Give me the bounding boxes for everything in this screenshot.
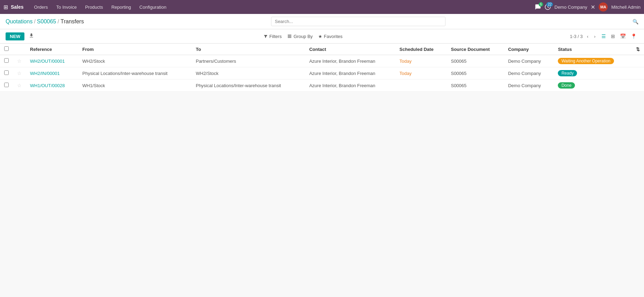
row-source-doc: S00065 — [447, 79, 504, 92]
calendar-view-button[interactable]: 📅 — [618, 32, 628, 40]
header-source-document[interactable]: Source Document — [447, 44, 504, 55]
filters-button[interactable]: Filters — [263, 34, 282, 39]
row-to: Partners/Customers — [192, 55, 305, 67]
app-grid-icon[interactable]: ⊞ — [3, 4, 8, 10]
table-row: ☆ WH1/OUT/00028 WH1/Stock Physical Locat… — [0, 79, 644, 92]
row-contact: Azure Interior, Brandon Freeman — [305, 67, 395, 79]
chat-badge: 6 — [539, 2, 544, 7]
pagination-label: 1-3 / 3 — [570, 34, 583, 39]
row-from: WH1/Stock — [78, 79, 192, 92]
next-page-button[interactable]: › — [593, 33, 597, 40]
favorite-icon-2[interactable]: ☆ — [17, 83, 22, 88]
app-name[interactable]: Sales — [11, 4, 24, 10]
favorite-icon-1[interactable]: ☆ — [17, 70, 22, 76]
header-checkbox-cell — [0, 44, 13, 55]
toolbar: NEW Filters Group By ★ Favorites 1-3 / 3… — [0, 29, 644, 44]
favorites-button[interactable]: ★ Favorites — [318, 34, 342, 39]
row-checkbox-1[interactable] — [4, 70, 9, 75]
header-to[interactable]: To — [192, 44, 305, 55]
new-button[interactable]: NEW — [6, 32, 24, 40]
reference-link-2[interactable]: WH1/OUT/00028 — [30, 83, 65, 88]
favorite-icon-0[interactable]: ☆ — [17, 58, 22, 64]
header-star — [13, 44, 26, 55]
row-contact: Azure Interior, Brandon Freeman — [305, 79, 395, 92]
nav-orders[interactable]: Orders — [31, 3, 52, 11]
header-contact[interactable]: Contact — [305, 44, 395, 55]
download-icon — [29, 33, 34, 38]
row-star-cell: ☆ — [13, 67, 26, 79]
group-icon — [287, 34, 292, 39]
header-col-adjust[interactable]: ⇅ — [632, 44, 644, 55]
nav-items: Orders To Invoice Products Reporting Con… — [31, 3, 535, 11]
filter-icon — [263, 34, 268, 39]
row-reference: WH2/OUT/00001 — [26, 55, 78, 67]
table-row: ☆ WH2/OUT/00001 WH2/Stock Partners/Custo… — [0, 55, 644, 67]
header-from[interactable]: From — [78, 44, 192, 55]
row-to: Physical Locations/Inter-warehouse trans… — [192, 79, 305, 92]
topbar-right: 6 22 Demo Company ✕ MA Mitchell Admin — [535, 2, 641, 12]
breadcrumb-sep-1: / — [34, 18, 35, 25]
search-input[interactable] — [271, 17, 445, 26]
row-status: Done — [554, 79, 632, 92]
row-checkbox-cell — [0, 67, 13, 79]
row-contact: Azure Interior, Brandon Freeman — [305, 55, 395, 67]
breadcrumb-transfers: Transfers — [60, 18, 84, 25]
row-from: WH2/Stock — [78, 55, 192, 67]
row-source-doc: S00065 — [447, 55, 504, 67]
row-scheduled-date: Today — [395, 55, 447, 67]
reference-link-0[interactable]: WH2/OUT/00001 — [30, 59, 65, 64]
status-badge-0: Waiting Another Operation — [558, 58, 614, 64]
user-avatar[interactable]: MA — [599, 2, 608, 12]
row-empty — [632, 79, 644, 92]
header-scheduled-date[interactable]: Scheduled Date — [395, 44, 447, 55]
breadcrumb: Quotations / S00065 / Transfers — [6, 18, 84, 25]
nav-products[interactable]: Products — [82, 3, 106, 11]
settings-icon[interactable]: ✕ — [591, 4, 595, 10]
row-from: Physical Locations/Inter-warehouse trans… — [78, 67, 192, 79]
kanban-view-button[interactable]: ⊞ — [609, 32, 617, 40]
star-icon: ★ — [318, 34, 322, 39]
row-status: Ready — [554, 67, 632, 79]
row-checkbox-2[interactable] — [4, 83, 9, 87]
search-bar — [271, 17, 445, 26]
header-company[interactable]: Company — [504, 44, 554, 55]
row-source-doc: S00065 — [447, 67, 504, 79]
row-status: Waiting Another Operation — [554, 55, 632, 67]
row-reference: WH2/IN/00001 — [26, 67, 78, 79]
group-by-button[interactable]: Group By — [287, 34, 313, 39]
map-view-button[interactable]: 📍 — [629, 32, 638, 40]
row-scheduled-date — [395, 79, 447, 92]
row-checkbox-0[interactable] — [4, 58, 9, 63]
row-empty — [632, 67, 644, 79]
company-name: Demo Company — [554, 5, 587, 10]
header-reference[interactable]: Reference — [26, 44, 78, 55]
sub-header: Quotations / S00065 / Transfers 🔍 — [0, 14, 644, 29]
row-checkbox-cell — [0, 55, 13, 67]
reference-link-1[interactable]: WH2/IN/00001 — [30, 71, 60, 76]
scheduled-date-value: Today — [399, 59, 412, 64]
status-badge-2: Done — [558, 82, 575, 89]
prev-page-button[interactable]: ‹ — [585, 33, 590, 40]
nav-reporting[interactable]: Reporting — [108, 3, 134, 11]
table-header: Reference From To Contact Scheduled Date… — [0, 44, 644, 55]
nav-configuration[interactable]: Configuration — [136, 3, 170, 11]
breadcrumb-sep-2: / — [58, 18, 59, 25]
user-name: Mitchell Admin — [611, 5, 641, 10]
download-button[interactable] — [27, 31, 36, 41]
clock-icon-wrap[interactable]: 22 — [545, 4, 551, 10]
list-view-button[interactable]: ☰ — [600, 32, 608, 40]
nav-to-invoice[interactable]: To Invoice — [53, 3, 80, 11]
row-company: Demo Company — [504, 67, 554, 79]
chat-icon-wrap[interactable]: 6 — [535, 4, 541, 10]
row-star-cell: ☆ — [13, 79, 26, 92]
row-reference: WH1/OUT/00028 — [26, 79, 78, 92]
toolbar-center: Filters Group By ★ Favorites — [263, 34, 343, 39]
header-status[interactable]: Status — [554, 44, 632, 55]
select-all-checkbox[interactable] — [4, 46, 9, 51]
row-company: Demo Company — [504, 55, 554, 67]
breadcrumb-s00065[interactable]: S00065 — [37, 18, 56, 25]
toolbar-left: NEW — [6, 31, 36, 41]
breadcrumb-quotations[interactable]: Quotations — [6, 18, 32, 25]
row-checkbox-cell — [0, 79, 13, 92]
search-magnify-icon[interactable]: 🔍 — [632, 19, 638, 24]
